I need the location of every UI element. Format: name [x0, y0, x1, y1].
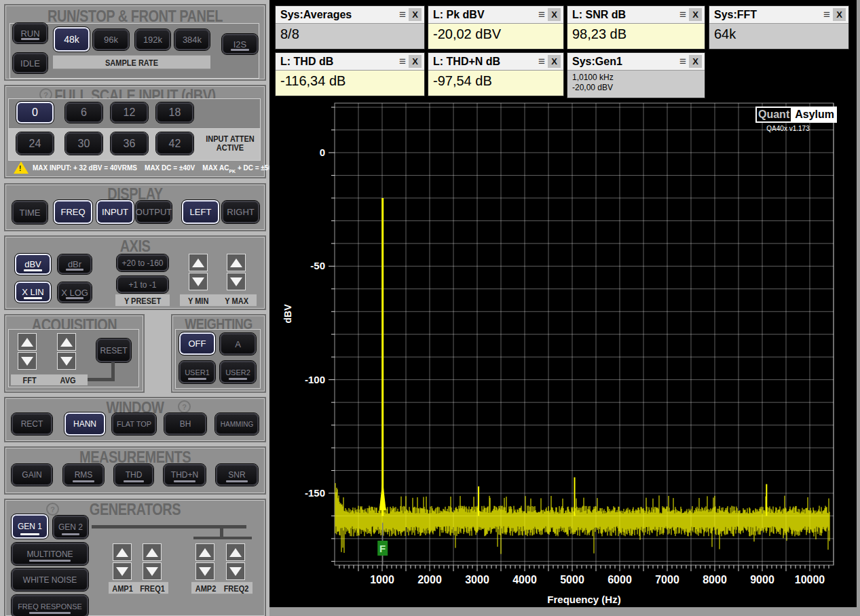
- i2s-button[interactable]: I2S: [222, 34, 258, 54]
- tile-close-icon[interactable]: X: [833, 8, 846, 21]
- amp2-up-button[interactable]: [195, 543, 214, 561]
- tile-close-icon[interactable]: X: [689, 8, 702, 21]
- window-rect-button[interactable]: RECT: [12, 413, 52, 435]
- meas-thdn-button[interactable]: THD+N: [164, 464, 206, 486]
- axis-xlin-button[interactable]: X LIN: [15, 282, 51, 303]
- tile-menu-icon[interactable]: ≡: [399, 8, 406, 22]
- y-preset-narrow-button[interactable]: +1 to -1: [117, 276, 168, 293]
- tile-title: L: THD+N dB: [433, 56, 500, 68]
- reset-averages-button[interactable]: RESET: [96, 339, 131, 362]
- fs-18dbv-button[interactable]: 18: [156, 102, 193, 123]
- tile-close-icon[interactable]: X: [409, 8, 422, 21]
- meas-rms-button[interactable]: RMS: [63, 464, 104, 486]
- meas-snr-button[interactable]: SNR: [216, 464, 258, 486]
- sample-rate-192k-button[interactable]: 192k: [135, 29, 170, 50]
- tile-value: 64k: [709, 24, 848, 49]
- axis-dbr-button[interactable]: dBr: [58, 254, 92, 274]
- meas-thd-button[interactable]: THD: [114, 464, 153, 486]
- tile-close-icon[interactable]: X: [409, 55, 422, 68]
- y-preset-wide-button[interactable]: +20 to -160: [117, 254, 168, 271]
- tile-title: Sys:Averages: [280, 9, 352, 21]
- fs-6dbv-button[interactable]: 6: [65, 102, 102, 123]
- tile-title: Sys:Gen1: [572, 56, 622, 68]
- tile-title: Sys:FFT: [714, 9, 757, 21]
- run-button[interactable]: RUN: [13, 23, 48, 43]
- window-bh-button[interactable]: BH: [164, 413, 206, 435]
- y-min-max-labels: Y MIN Y MAX: [180, 294, 257, 306]
- help-icon[interactable]: ?: [46, 503, 59, 516]
- freq2-down-button[interactable]: [226, 562, 245, 580]
- panel-axis-title: AXIS: [5, 237, 265, 254]
- tile-menu-icon[interactable]: ≡: [399, 55, 406, 69]
- fs-36dbv-button[interactable]: 36: [111, 132, 148, 155]
- freq-response-button[interactable]: FREQ RESPONSE: [12, 595, 88, 616]
- idle-button[interactable]: IDLE: [13, 53, 48, 73]
- weighting-off-button[interactable]: OFF: [179, 332, 215, 355]
- white-noise-button[interactable]: WHITE NOISE: [12, 569, 88, 591]
- weighting-user1-button[interactable]: USER1: [179, 361, 215, 383]
- display-left-button[interactable]: LEFT: [182, 200, 219, 224]
- meas-gain-button[interactable]: GAIN: [12, 464, 52, 486]
- tile-close-icon[interactable]: X: [689, 55, 702, 68]
- tile-menu-icon[interactable]: ≡: [679, 8, 686, 22]
- display-freq-button[interactable]: FREQ: [54, 200, 92, 224]
- fft-down-button[interactable]: [18, 352, 37, 370]
- avg-down-button[interactable]: [57, 352, 76, 370]
- window-hann-button[interactable]: HANN: [64, 412, 105, 436]
- y-min-down-button[interactable]: [189, 273, 208, 290]
- display-time-button[interactable]: TIME: [12, 201, 48, 224]
- fft-up-button[interactable]: [18, 333, 37, 351]
- y-max-down-button[interactable]: [227, 273, 246, 290]
- fs-30dbv-button[interactable]: 30: [65, 132, 102, 155]
- freq1-up-button[interactable]: [143, 543, 162, 561]
- hold-indicator: [124, 480, 144, 482]
- tile-menu-icon[interactable]: ≡: [679, 55, 686, 69]
- weighting-a-button[interactable]: A: [220, 333, 256, 355]
- tile-thd-db: L: THD dB ≡ X -116,34 dB: [275, 52, 425, 96]
- amp2-down-button[interactable]: [195, 562, 214, 580]
- panel-measurements: MEASUREMENTS GAIN RMS THD THD+N SNR: [4, 446, 266, 495]
- sample-rate-96k-button[interactable]: 96k: [93, 29, 129, 50]
- arrow-up-icon: [229, 548, 242, 557]
- y-max-up-button[interactable]: [227, 254, 246, 271]
- hold-indicator: [188, 378, 206, 380]
- amp1-up-button[interactable]: [113, 543, 132, 561]
- panel-axis: AXIS dBV dBr X LIN X LOG +20 to -160 +1 …: [4, 235, 266, 310]
- display-input-button[interactable]: INPUT: [96, 200, 134, 224]
- sample-rate-384k-button[interactable]: 384k: [174, 29, 210, 50]
- fs-12dbv-button[interactable]: 12: [111, 102, 148, 123]
- panel-display-title: DISPLAY: [5, 185, 265, 202]
- fs-0dbv-button[interactable]: 0: [16, 102, 54, 123]
- gen1-button[interactable]: GEN 1: [12, 514, 48, 539]
- display-right-button[interactable]: RIGHT: [222, 201, 259, 223]
- y-preset-label: Y PRESET: [115, 294, 170, 306]
- tile-menu-icon[interactable]: ≡: [538, 55, 545, 69]
- fs-42dbv-button[interactable]: 42: [156, 132, 193, 155]
- hold-indicator: [29, 612, 71, 614]
- window-flattop-button[interactable]: FLAT TOP: [112, 413, 156, 435]
- gen2-button[interactable]: GEN 2: [53, 516, 88, 539]
- sample-rate-48k-button[interactable]: 48k: [54, 27, 90, 52]
- y-min-up-button[interactable]: [189, 254, 208, 271]
- tile-menu-icon[interactable]: ≡: [823, 8, 830, 22]
- window-hamming-button[interactable]: HAMMING: [215, 413, 259, 435]
- arrow-down-icon: [116, 567, 128, 576]
- weighting-user2-button[interactable]: USER2: [220, 361, 256, 383]
- freq1-down-button[interactable]: [143, 562, 162, 580]
- fs-24dbv-button[interactable]: 24: [16, 132, 54, 155]
- tile-close-icon[interactable]: X: [548, 8, 561, 21]
- avg-up-button[interactable]: [57, 333, 76, 351]
- display-output-button[interactable]: OUTPUT: [136, 201, 172, 223]
- axis-xlog-button[interactable]: X LOG: [58, 282, 92, 303]
- tile-thdn-db: L: THD+N dB ≡ X -97,54 dB: [428, 52, 564, 96]
- panel-weighting: WEIGHTING OFF A USER1 USER2: [171, 314, 266, 393]
- tile-sys-fft: Sys:FFT ≡ X 64k: [709, 5, 849, 50]
- amp1-down-button[interactable]: [113, 562, 132, 580]
- freq2-up-button[interactable]: [226, 543, 245, 561]
- tile-close-icon[interactable]: X: [548, 55, 561, 68]
- tile-value: 8/8: [276, 24, 424, 49]
- tile-menu-icon[interactable]: ≡: [538, 8, 545, 22]
- multitone-button[interactable]: MULTITONE: [12, 543, 88, 565]
- axis-dbv-button[interactable]: dBV: [15, 254, 51, 275]
- help-icon[interactable]: ?: [178, 400, 191, 413]
